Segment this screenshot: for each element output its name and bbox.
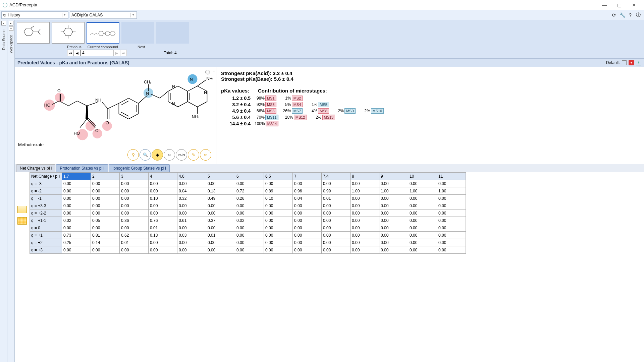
table-row[interactable]: q = +3-30.000.000.000.000.000.000.000.00…	[30, 202, 466, 209]
expand-icon[interactable]: ▸	[1, 21, 6, 25]
maximize-button[interactable]: ▢	[612, 0, 627, 10]
table-cell: 0.00	[351, 217, 379, 224]
history-dropdown[interactable]: ◷ History ▾	[1, 11, 68, 19]
tab-protonation-states[interactable]: Protonation States vs pH	[56, 164, 108, 172]
next-button[interactable]: ▶	[113, 50, 120, 56]
table-row[interactable]: q = +30.000.000.000.000.000.000.000.000.…	[30, 246, 466, 254]
table-column-header[interactable]: 2	[91, 173, 120, 180]
tab-ionogenic-groups[interactable]: Ionogenic Group States vs pH	[109, 164, 170, 172]
table-row[interactable]: q = 00.000.000.000.010.000.000.000.000.0…	[30, 224, 466, 232]
table-column-header[interactable]: 8	[351, 173, 379, 180]
copy-icon[interactable]: ⎘	[636, 60, 641, 65]
table-row[interactable]: q = -10.000.000.000.100.320.490.260.100.…	[30, 195, 466, 202]
svg-line-52	[151, 94, 160, 98]
compound-thumbnail-selected[interactable]	[87, 22, 119, 44]
table-row[interactable]: q = -20.000.000.000.000.040.130.720.890.…	[30, 187, 466, 195]
microstage-chip[interactable]: MS1	[265, 96, 276, 101]
collapse-icon[interactable]: –	[9, 26, 13, 31]
minimize-button[interactable]: —	[597, 0, 612, 10]
info-icon[interactable]: ⓘ	[635, 12, 641, 18]
table-view-icon[interactable]	[17, 217, 27, 225]
table-column-header[interactable]: 7	[293, 173, 322, 180]
close-button[interactable]: ✕	[627, 0, 641, 10]
section-header: Predicted Values - pKa and Ion Fractions…	[15, 58, 644, 67]
module-dropdown[interactable]: ACD/pKa GALAS ▾	[70, 11, 137, 19]
microstage-group: 28%MS12	[283, 115, 307, 120]
table-column-header[interactable]: 10	[408, 173, 437, 180]
prev-button[interactable]: ◀	[74, 50, 80, 56]
refresh-icon[interactable]: ⟳	[611, 12, 617, 18]
microstage-chip[interactable]: MS5	[318, 102, 329, 107]
table-cell: 0.00	[293, 239, 322, 246]
table-cell: 0.00	[235, 180, 264, 187]
table-column-header[interactable]: 6	[235, 173, 264, 180]
table-column-header[interactable]: 9	[379, 173, 408, 180]
table-cell: 0.00	[408, 180, 437, 187]
table-row[interactable]: q = +10.730.810.620.130.030.010.000.000.…	[30, 232, 466, 239]
settings-icon[interactable]: 🔧	[619, 12, 625, 18]
tab-net-charge[interactable]: Net Charge vs pH	[16, 164, 55, 172]
side-tab-datasource[interactable]: ▸ Data Source	[0, 20, 7, 362]
microstage-chip[interactable]: MS6	[265, 108, 276, 114]
expand-icon[interactable]: ▸	[9, 21, 13, 25]
side-tab-workspace[interactable]: ▸ – Workspace	[7, 20, 15, 362]
svg-marker-31	[86, 106, 88, 119]
table-row[interactable]: q = -30.000.000.000.000.000.000.000.000.…	[30, 180, 466, 187]
microstage-group: 26%MS7	[281, 108, 303, 114]
table-row-header: q = -2	[30, 187, 62, 195]
microstage-chip[interactable]: MS11	[265, 115, 278, 120]
microstage-chip[interactable]: MS10	[371, 108, 384, 114]
inchi-button[interactable]: InChI	[176, 149, 187, 161]
table-cell: 0.00	[437, 195, 466, 202]
draw-structure-icon[interactable]: ✏	[200, 149, 211, 161]
microstage-chip[interactable]: MS14	[266, 121, 279, 126]
edit-structure-icon[interactable]: ✎	[188, 149, 199, 161]
microstage-chip[interactable]: MS4	[292, 102, 303, 107]
table-column-header[interactable]: 7.4	[322, 173, 351, 180]
current-compound-input[interactable]	[80, 50, 113, 56]
table-cell: 0.00	[91, 202, 120, 209]
last-button[interactable]: ⏭	[120, 50, 127, 56]
microstage-chip[interactable]: MS7	[292, 108, 303, 114]
table-row[interactable]: q = +20.250.140.010.000.000.000.000.000.…	[30, 239, 466, 246]
database-icon[interactable]: ◆	[152, 149, 163, 161]
microstage-group: 1%MS5	[307, 102, 329, 107]
table-row[interactable]: q = +2-20.000.000.000.000.000.000.000.00…	[30, 209, 466, 217]
compound-thumbnail[interactable]	[17, 22, 50, 44]
table-row[interactable]: q = +1-10.020.050.360.760.610.370.020.00…	[30, 217, 466, 224]
compound-thumbnail[interactable]	[52, 22, 85, 44]
table-column-header[interactable]: 11	[437, 173, 466, 180]
pka-row: 4.9 ± 0.466%MS626%MS74%MS82%MS92%MS10	[221, 108, 639, 114]
table-column-header[interactable]: 6.5	[264, 173, 293, 180]
net-charge-table[interactable]: Net Charge / pH1.72344.6566.577.4891011q…	[30, 172, 466, 254]
table-column-header[interactable]: 4	[149, 173, 177, 180]
zoom-structure-icon[interactable]: ⚲	[127, 149, 139, 161]
search-structure-icon[interactable]: 🔍	[140, 149, 151, 161]
table-column-header[interactable]: 5	[206, 173, 235, 180]
table-cell: 0.10	[264, 195, 293, 202]
table-cell: 0.00	[120, 246, 149, 254]
default-checkbox[interactable]	[622, 60, 627, 65]
microstage-percent: 70%	[255, 115, 265, 120]
table-cell: 0.00	[91, 224, 120, 232]
microstage-chip[interactable]: MS9	[344, 108, 356, 114]
table-column-header[interactable]: 4.6	[177, 173, 206, 180]
microstage-chip[interactable]: MS3	[265, 102, 276, 107]
microstage-chip[interactable]: MS2	[292, 96, 303, 101]
microstage-chip[interactable]: MS8	[318, 108, 329, 114]
molecule-canvas[interactable]: HO O HO	[18, 70, 213, 141]
first-button[interactable]: ⏮	[67, 50, 74, 56]
table-cell: 0.00	[149, 246, 177, 254]
help-icon[interactable]: ?	[627, 12, 633, 18]
table-column-header[interactable]: 3	[120, 173, 149, 180]
pdf-export-icon[interactable]: ▾	[629, 60, 634, 65]
toolbar-right: ⟳ 🔧 ? ⓘ	[611, 12, 643, 18]
chart-view-icon[interactable]	[17, 206, 27, 213]
window-titlebar: ACD/Percepta — ▢ ✕	[0, 0, 644, 10]
chevron-down-icon[interactable]: ▾	[213, 70, 215, 73]
table-column-header[interactable]: 1.7	[62, 173, 91, 180]
microstage-chip[interactable]: MS13	[322, 115, 335, 120]
microstage-chip[interactable]: MS12	[294, 115, 307, 120]
table-cell: 0.00	[351, 202, 379, 209]
smiles-icon[interactable]: ☺	[164, 149, 175, 161]
